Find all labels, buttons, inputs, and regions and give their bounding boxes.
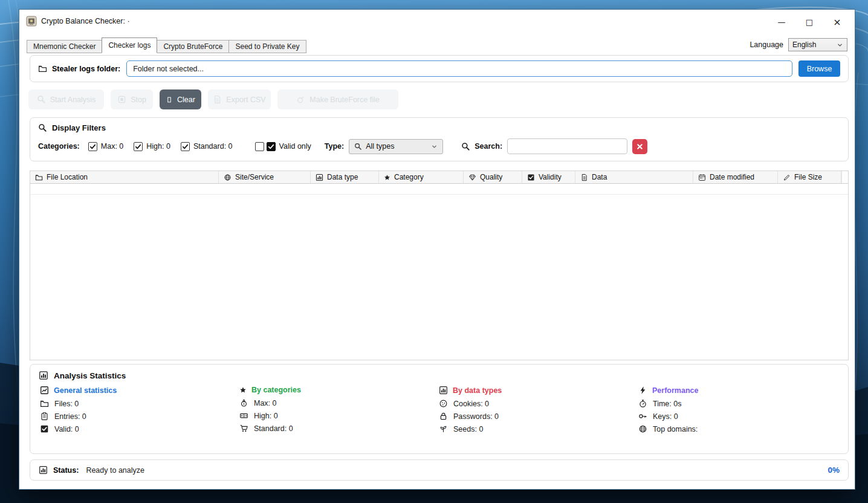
language-selected-value: English — [792, 41, 816, 49]
column-label: Quality — [480, 173, 502, 181]
folder-path-input[interactable] — [126, 60, 792, 77]
categories-label: Categories: — [38, 142, 80, 151]
analysis-statistics-header: Analysis Statistics — [39, 371, 840, 380]
bar-chart-icon — [39, 466, 48, 475]
globe-icon — [224, 174, 232, 181]
stat-label: Standard: 0 — [254, 424, 293, 433]
stat-high: High: 0 — [239, 411, 439, 420]
column-header-category[interactable]: Category — [379, 171, 464, 183]
star-icon — [239, 386, 247, 394]
clear-search-button[interactable] — [632, 139, 647, 154]
stat-label: Valid: 0 — [54, 425, 79, 433]
column-label: Site/Service — [235, 173, 274, 181]
column-header-file-size[interactable]: File Size — [778, 171, 841, 183]
stat-passwords: Passwords: 0 — [439, 412, 638, 421]
stats-group-data-types: By data types Cookies: 0 Passwords: 0 Se… — [439, 386, 638, 433]
banknote-icon — [239, 411, 248, 420]
export-csv-button[interactable]: Export CSV — [208, 89, 271, 109]
type-select[interactable]: All types — [349, 139, 443, 154]
folder-label: Stealer logs folder: — [52, 65, 120, 73]
language-label: Language — [750, 41, 783, 49]
calendar-icon — [698, 174, 706, 181]
make-bruteforce-file-button[interactable]: Make BruteForce file — [277, 89, 398, 109]
pencil-icon — [783, 174, 791, 181]
chevron-down-icon — [431, 143, 438, 150]
column-header-date-modified[interactable]: Date modified — [693, 171, 778, 183]
stat-valid: Valid: 0 — [40, 424, 239, 433]
seedling-icon — [439, 424, 448, 433]
filter-standard-checkbox[interactable]: Standard: 0 — [181, 142, 233, 151]
filter-valid-only-checkbox[interactable]: Valid only — [255, 142, 311, 151]
filter-high-label: High: 0 — [146, 142, 170, 151]
stat-standard: Standard: 0 — [239, 424, 439, 433]
column-header-data[interactable]: Data — [575, 171, 693, 183]
make-bruteforce-file-label: Make BruteForce file — [309, 96, 379, 104]
status-label: Status: — [53, 466, 79, 475]
tab-checker-logs[interactable]: Checker logs — [102, 37, 157, 53]
stats-group-header: By data types — [439, 386, 638, 395]
gem-icon — [468, 174, 476, 181]
column-header-data-type[interactable]: Data type — [311, 171, 379, 183]
folder-icon — [40, 399, 49, 408]
column-header-site-service[interactable]: Site/Service — [219, 171, 311, 183]
column-label: Data type — [327, 173, 358, 181]
stat-label: Time: 0s — [653, 400, 681, 408]
display-filters-title: Display Filters — [52, 123, 106, 132]
app-icon — [26, 16, 37, 27]
column-label: File Location — [47, 173, 88, 181]
close-button[interactable]: × — [823, 12, 851, 31]
maximize-button[interactable]: □ — [795, 12, 823, 31]
search-input[interactable] — [507, 138, 627, 154]
table-header-row: File Location Site/Service Data type Cat… — [30, 171, 848, 184]
column-header-quality[interactable]: Quality — [464, 171, 522, 183]
stats-group-title: By data types — [453, 386, 502, 395]
stats-group-general: General statistics Files: 0 Entries: 0 V… — [40, 386, 239, 433]
language-select[interactable]: English — [788, 38, 847, 51]
scrollbar-track[interactable] — [841, 171, 848, 183]
window-controls: — □ × — [768, 12, 851, 31]
titlebar: Crypto Balance Checker: · — □ × — [19, 10, 855, 36]
browse-button[interactable]: Browse — [798, 60, 840, 77]
checkbox-checked-icon — [181, 142, 190, 151]
checkbox-empty-icon — [255, 142, 264, 151]
stat-max: Max: 0 — [239, 398, 439, 407]
start-analysis-button[interactable]: Start Analysis — [28, 89, 104, 109]
stopwatch-icon — [638, 399, 647, 408]
stat-cookies: Cookies: 0 — [439, 399, 638, 408]
statistics-grid: General statistics Files: 0 Entries: 0 V… — [39, 386, 840, 433]
column-label: Validity — [539, 173, 562, 181]
clear-label: Clear — [177, 96, 195, 104]
status-bar: Status: Ready to analyze 0% — [30, 459, 849, 481]
display-filters-header: Display Filters — [38, 123, 840, 132]
type-label: Type: — [325, 142, 344, 151]
cookie-icon — [439, 399, 448, 408]
key-icon — [638, 412, 647, 421]
tab-strip: Mnemonic Checker Checker logs Crypto Bru… — [27, 37, 847, 53]
column-label: File Size — [794, 173, 822, 181]
search-label: Search: — [474, 142, 502, 151]
column-header-file-location[interactable]: File Location — [30, 171, 219, 183]
analysis-statistics-panel: Analysis Statistics General statistics F… — [30, 364, 849, 454]
bomb-icon — [296, 95, 305, 104]
tab-mnemonic-checker[interactable]: Mnemonic Checker — [27, 40, 102, 53]
export-icon — [213, 95, 222, 104]
filter-max-checkbox[interactable]: Max: 0 — [88, 142, 124, 151]
column-header-validity[interactable]: Validity — [522, 171, 575, 183]
minimize-button[interactable]: — — [768, 12, 795, 31]
stat-label: High: 0 — [254, 412, 278, 420]
display-filters-panel: Display Filters Categories: Max: 0 High:… — [30, 117, 849, 161]
stat-label: Max: 0 — [254, 399, 277, 407]
stop-button[interactable]: Stop — [111, 89, 153, 109]
filter-max-label: Max: 0 — [101, 142, 124, 151]
filters-row: Categories: Max: 0 High: 0 Standard: 0 V… — [38, 138, 840, 154]
language-cluster: Language English — [750, 38, 847, 53]
stats-group-header: By categories — [239, 386, 439, 394]
clear-button[interactable]: Clear — [160, 89, 201, 109]
stats-group-categories: By categories Max: 0 High: 0 Standard: 0 — [239, 386, 439, 433]
filter-high-checkbox[interactable]: High: 0 — [134, 142, 170, 151]
tab-crypto-bruteforce[interactable]: Crypto BruteForce — [157, 40, 229, 53]
progress-percentage: 0% — [828, 466, 840, 475]
window-title: Crypto Balance Checker: · — [41, 17, 130, 25]
folder-icon — [38, 64, 47, 73]
tab-seed-to-private-key[interactable]: Seed to Private Key — [228, 40, 306, 53]
